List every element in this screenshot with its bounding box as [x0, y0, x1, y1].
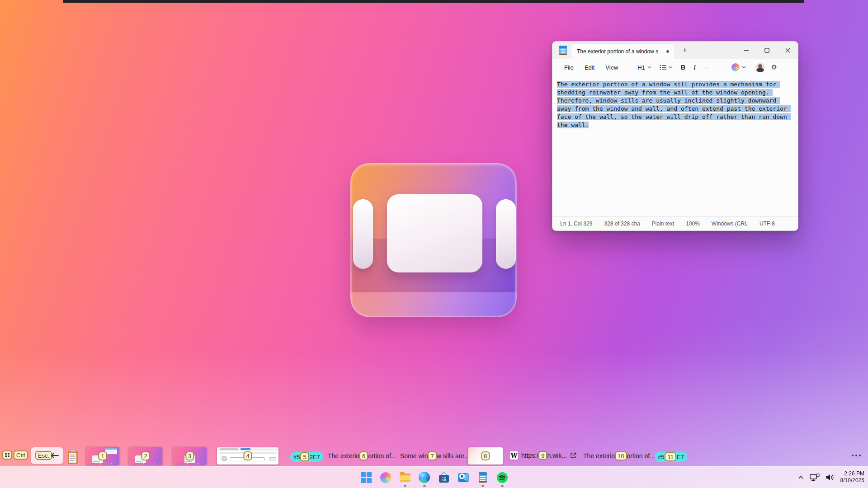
taskbar-copilot-button[interactable] [379, 468, 392, 488]
taskbar-spotify-button[interactable] [496, 468, 509, 488]
desktop: The exterior portion of a window s + Fil… [0, 0, 868, 488]
new-tab-button[interactable]: + [680, 45, 690, 55]
italic-button[interactable]: I [690, 62, 699, 73]
taskbar [0, 466, 868, 488]
clipboard-icon[interactable] [67, 450, 78, 465]
thumbnail-taskbar [179, 463, 201, 465]
network-icon[interactable] [810, 474, 820, 481]
heading-style-dropdown[interactable]: H1 [634, 62, 655, 73]
taskbar-clock[interactable]: 2:26 PM 8/10/2025 [840, 470, 864, 484]
cursor-position: Ln 1, Col 329 [560, 221, 598, 227]
settings-gear-icon[interactable]: ⚙ [771, 63, 777, 71]
thumbnail-search-button [269, 457, 276, 461]
taskbar-start-button[interactable] [360, 468, 373, 488]
tray-time: 2:26 PM [840, 470, 864, 477]
spotify-icon [496, 472, 508, 483]
character-count: 328 of 328 cha [598, 221, 646, 227]
maximize-button[interactable] [756, 42, 777, 59]
selected-text: The exterior portion of a window sill pr… [557, 81, 791, 128]
thumbnail-tabstrip [217, 447, 278, 451]
bold-button[interactable]: B [678, 62, 689, 73]
som-badge-10: 10 [615, 451, 627, 460]
copilot-dropdown[interactable] [728, 61, 749, 73]
notepad-window: The exterior portion of a window s + Fil… [552, 41, 798, 231]
window-thumbnail-2[interactable]: 2 [129, 447, 162, 465]
running-indicator [423, 485, 426, 487]
volume-icon[interactable] [826, 474, 835, 481]
som-divider [692, 450, 692, 463]
window-thumbnail-1[interactable]: 1 [86, 447, 119, 465]
taskbar-file-explorer-button[interactable] [399, 468, 411, 488]
som-badge-11: 11 [665, 452, 676, 461]
copilot-icon [380, 472, 391, 483]
desktop-app-icon[interactable] [350, 163, 517, 317]
encoding: UTF-8 [754, 221, 781, 227]
background-window-edge [63, 0, 804, 3]
notepad-app-icon [559, 46, 567, 55]
tab-title-item-6[interactable]: The exterio 6 ortion of... [328, 451, 396, 460]
external-link-icon [570, 452, 576, 459]
som-badge-5: 5 [300, 452, 309, 461]
running-indicator [404, 485, 406, 487]
list-style-dropdown[interactable] [656, 63, 676, 72]
wikipedia-link-item[interactable]: W https:/ 9 n.wik... [510, 451, 576, 460]
back-arrow-icon[interactable] [51, 452, 59, 459]
icon-left-pill [353, 199, 373, 269]
copilot-icon [731, 63, 740, 71]
more-formatting-button[interactable]: ··· [701, 62, 713, 73]
windows-key-icon [5, 453, 9, 457]
overflow-ellipsis-icon[interactable] [852, 455, 861, 456]
taskbar-outlook-button[interactable] [457, 468, 470, 488]
chevron-down-icon [669, 66, 673, 69]
notepad-menubar: File Edit View H1 B I ··· [552, 59, 798, 76]
icon-center-card [387, 194, 482, 272]
running-indicator [481, 485, 484, 487]
list-icon [660, 65, 666, 70]
som-badge-2: 2 [141, 451, 150, 460]
account-avatar[interactable] [755, 63, 765, 72]
document-format: Plain text [646, 221, 680, 227]
notepad-statusbar: Ln 1, Col 329 328 of 328 cha Plain text … [552, 216, 798, 230]
minimize-icon [744, 48, 749, 53]
unsaved-indicator-icon [666, 50, 669, 53]
window-thumbnail-8[interactable]: 8 [468, 447, 503, 465]
document-tab[interactable]: The exterior portion of a window s [571, 44, 675, 59]
edge-icon [419, 472, 430, 483]
minimize-button[interactable] [736, 42, 756, 59]
chevron-down-icon [647, 66, 651, 69]
window-thumbnail-4[interactable]: 4 [217, 447, 278, 465]
thumbnail-logo [222, 456, 227, 461]
notepad-titlebar: The exterior portion of a window s + [552, 42, 798, 59]
color-chip-11[interactable]: #5 11 E7 [655, 452, 687, 462]
win-key-mark[interactable] [2, 450, 12, 460]
close-button[interactable] [777, 42, 798, 59]
close-icon [785, 48, 790, 53]
tab-title-item-10[interactable]: The exterio 10 ortion of... [583, 451, 655, 460]
icon-right-pill [496, 199, 516, 269]
outlook-icon [458, 472, 469, 483]
taskbar-notepad-button[interactable] [476, 468, 489, 488]
color-chip-5[interactable]: #5 5 2E7 [290, 452, 323, 462]
menu-view[interactable]: View [601, 62, 623, 73]
menu-file[interactable]: File [560, 62, 578, 73]
esc-key-mark[interactable]: Esc. [35, 451, 52, 460]
running-indicator [501, 485, 504, 487]
menu-edit[interactable]: Edit [580, 62, 599, 73]
window-thumbnail-3[interactable]: 3 [173, 447, 207, 465]
taskbar-store-button[interactable] [438, 468, 450, 488]
taskbar-edge-button[interactable] [418, 468, 431, 488]
text-editor-area[interactable]: The exterior portion of a window sill pr… [552, 76, 798, 216]
tray-chevron-up-icon[interactable] [798, 475, 804, 479]
tab-title-item-7[interactable]: Some win 7 w sills are... [400, 451, 470, 460]
som-badge-6: 6 [359, 451, 368, 460]
tab-title: The exterior portion of a window s [577, 48, 663, 55]
tray-date: 8/10/2025 [840, 477, 864, 484]
microsoft-store-icon [438, 472, 450, 483]
som-badge-1: 1 [98, 451, 107, 460]
ctrl-key-mark[interactable]: Ctrl [14, 450, 28, 460]
wikipedia-icon: W [510, 451, 518, 460]
som-badge-7: 7 [428, 451, 436, 460]
thumbnail-taskbar [92, 463, 113, 465]
zoom-level: 100% [680, 221, 706, 227]
som-badge-9: 9 [538, 451, 547, 460]
